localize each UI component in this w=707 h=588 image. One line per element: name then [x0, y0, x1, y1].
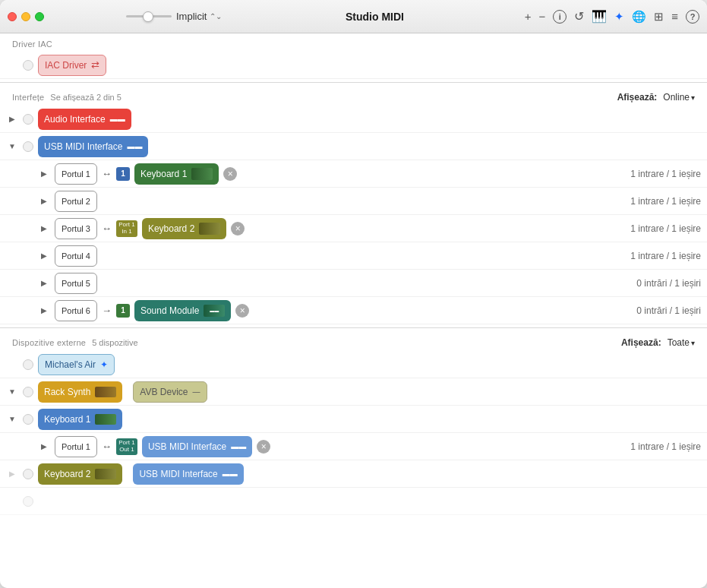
port2-chip[interactable]: Portul 2	[55, 191, 97, 212]
port4-io: 1 intrare / 1 ieșire	[630, 251, 701, 261]
michaels-air-chip[interactable]: Michael's Air ✦	[38, 354, 115, 375]
maximize-button[interactable]	[35, 12, 44, 21]
port3-chip[interactable]: Portul 3	[55, 218, 97, 239]
expand-rack-synth[interactable]: ▼	[6, 386, 18, 398]
externe-filter-select[interactable]: Toate ▾	[668, 337, 695, 348]
interfete-header: Interfețe Se afișează 2 din 5 Afișează: …	[0, 86, 707, 106]
usb-icon-ext2: ▬▬	[223, 469, 238, 478]
zoom-slider[interactable]	[126, 15, 172, 17]
port1-row[interactable]: ▶ Portul 1 ↔ 1 Keyboard 1 × 1 intrare / …	[0, 160, 707, 188]
close-button[interactable]	[8, 12, 17, 21]
avb-device-chip[interactable]: AVB Device —	[133, 381, 207, 403]
rack-synth-label: Rack Synth	[44, 387, 90, 397]
rack-synth-enabled[interactable]	[23, 387, 33, 397]
port5-row[interactable]: ▶ Portul 5 0 intrări / 1 ieșiri	[0, 270, 707, 297]
expand-ext-keyboard2: ▶	[6, 468, 18, 480]
iac-driver-row[interactable]: IAC Driver ⇄	[0, 52, 707, 79]
port4-chip[interactable]: Portul 4	[55, 245, 97, 267]
port3-remove[interactable]: ×	[231, 222, 245, 236]
port4-row[interactable]: ▶ Portul 4 1 intrare / 1 ieșire	[0, 242, 707, 270]
expand-usb-midi[interactable]: ▼	[6, 141, 18, 153]
port6-row[interactable]: ▶ Portul 6 → 1 Sound Module ▬▬ × 0 intră…	[0, 297, 707, 324]
bluetooth-icon[interactable]: ✦	[614, 10, 624, 24]
audio-interface-row[interactable]: ▶ Audio Interface ▬▬	[0, 106, 707, 133]
port6-chip[interactable]: Portul 6	[55, 300, 97, 321]
grid-view-icon[interactable]: ⊞	[654, 10, 664, 24]
ext-keyboard2-label: Keyboard 2	[44, 469, 90, 479]
expand-port2[interactable]: ▶	[38, 195, 50, 207]
expand-ext-port1[interactable]: ▶	[38, 441, 50, 453]
expand-port5[interactable]: ▶	[38, 277, 50, 289]
iac-enabled[interactable]	[23, 60, 33, 71]
list-view-icon[interactable]: ≡	[671, 10, 678, 23]
window-title: Studio MIDI	[346, 11, 404, 23]
usb-midi-ext-chip[interactable]: USB MIDI Interface ▬▬	[142, 436, 252, 457]
keyboard1-chip[interactable]: Keyboard 1	[134, 163, 219, 185]
rack-synth-chip[interactable]: Rack Synth	[38, 381, 122, 403]
ext-keyboard1-enabled[interactable]	[23, 414, 33, 425]
audio-interface-chip[interactable]: Audio Interface ▬▬	[38, 109, 131, 130]
ext-keyboard2-row[interactable]: ▶ Keyboard 2 USB MIDI Interface ▬▬	[0, 460, 707, 488]
port5-chip[interactable]: Portul 5	[55, 273, 97, 294]
expand-port1[interactable]: ▶	[38, 168, 50, 180]
expand-ext-keyboard1[interactable]: ▼	[6, 413, 18, 425]
ext-keyboard2-chip[interactable]: Keyboard 2	[38, 463, 122, 485]
ext-port1-row[interactable]: ▶ Portul 1 ↔ Port 1 Out 1 USB MIDI Inter…	[0, 433, 707, 460]
port1-num: 1	[116, 167, 130, 181]
sound-module-img: ▬▬	[204, 305, 225, 317]
port2-row[interactable]: ▶ Portul 2 1 intrare / 1 ieșire	[0, 188, 707, 215]
audio-interface-label: Audio Interface	[44, 114, 106, 125]
rack-synth-row[interactable]: ▼ Rack Synth AVB Device —	[0, 378, 707, 406]
iac-driver-chip[interactable]: IAC Driver ⇄	[38, 55, 106, 76]
port6-io: 0 intrări / 1 ieșiri	[636, 305, 701, 316]
audio-enabled[interactable]	[23, 114, 33, 125]
port1-chip[interactable]: Portul 1	[55, 163, 97, 185]
usb-midi-chip[interactable]: USB MIDI Interface ▬▬	[38, 136, 148, 157]
usb-midi-interface-row[interactable]: ▼ USB MIDI Interface ▬▬	[0, 133, 707, 160]
ext-keyboard2-enabled[interactable]	[23, 469, 33, 479]
expand-port6[interactable]: ▶	[38, 305, 50, 317]
michaels-air-label: Michael's Air	[45, 359, 96, 370]
help-icon[interactable]: ?	[686, 10, 699, 24]
port1-io: 1 intrare / 1 ieșire	[630, 169, 701, 179]
usb-midi-ext2-chip[interactable]: USB MIDI Interface ▬▬	[133, 463, 243, 485]
keyboard2-chip[interactable]: Keyboard 2	[142, 218, 226, 239]
info-icon[interactable]: i	[553, 10, 567, 24]
ext-port1-remove[interactable]: ×	[257, 440, 270, 454]
driver-iac-header: Driver IAC	[0, 33, 707, 52]
rack-synth-img	[95, 387, 116, 397]
traffic-lights	[8, 12, 44, 21]
expand-port4[interactable]: ▶	[38, 250, 50, 262]
globe-icon[interactable]: 🌐	[632, 10, 646, 24]
ext-port1-io: 1 intrare / 1 ieșire	[630, 441, 701, 452]
implicit-select[interactable]: Implicit ⌃⌄	[176, 11, 222, 22]
separator-1	[0, 82, 707, 83]
add-button[interactable]: +	[525, 10, 532, 23]
extra-enabled[interactable]	[23, 496, 33, 507]
keyboard1-img	[191, 168, 213, 180]
piano-icon[interactable]: 🎹	[592, 9, 607, 24]
ext-keyboard1-label: Keyboard 1	[44, 414, 90, 425]
ext-port1-chip[interactable]: Portul 1	[55, 436, 97, 457]
port3-row[interactable]: ▶ Portul 3 ↔ Port 1 In 1 Keyboard 2 × 1 …	[0, 215, 707, 242]
minimize-button[interactable]	[21, 12, 30, 21]
ext-keyboard1-chip[interactable]: Keyboard 1	[38, 409, 122, 430]
ext-port1-label-box: Port 1 Out 1	[116, 438, 137, 455]
ext-keyboard2-img	[95, 469, 116, 479]
ext-keyboard1-img	[95, 414, 116, 425]
interfete-filter-select[interactable]: Online ▾	[663, 92, 695, 103]
michaels-air-enabled[interactable]	[23, 359, 33, 370]
sound-module-chip[interactable]: Sound Module ▬▬	[134, 300, 231, 321]
usb-midi-enabled[interactable]	[23, 141, 33, 152]
iac-driver-icon: ⇄	[91, 59, 99, 71]
extra-row[interactable]	[0, 488, 707, 515]
ext-keyboard1-row[interactable]: ▼ Keyboard 1	[0, 406, 707, 433]
expand-audio[interactable]: ▶	[6, 113, 18, 125]
michaels-air-row[interactable]: Michael's Air ✦	[0, 351, 707, 378]
port6-remove[interactable]: ×	[235, 304, 249, 318]
usb-midi-ext2-label: USB MIDI Interface	[139, 469, 217, 479]
port1-remove[interactable]: ×	[223, 167, 237, 181]
sync-icon[interactable]: ↺	[574, 9, 584, 24]
expand-port3[interactable]: ▶	[38, 223, 50, 235]
remove-button[interactable]: −	[538, 10, 545, 23]
